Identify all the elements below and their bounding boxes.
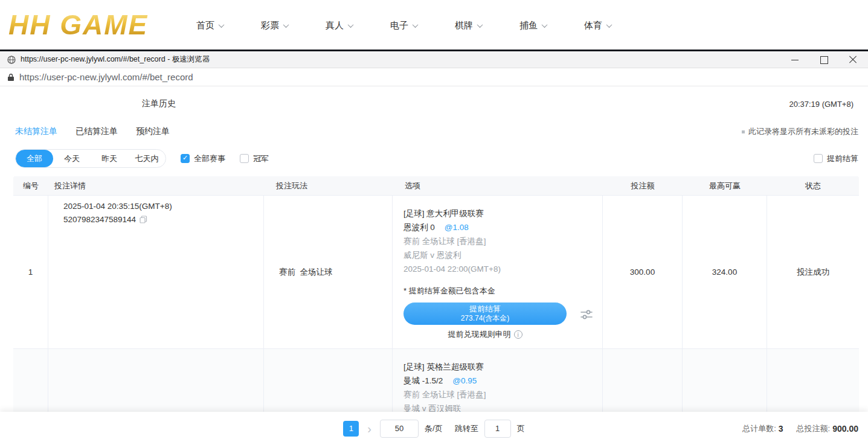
checkbox-checked-icon bbox=[181, 154, 190, 163]
page-unit-label: 页 bbox=[517, 423, 525, 434]
checkbox-all-events[interactable]: 全部赛事 bbox=[181, 153, 225, 164]
checkbox-early-settlement[interactable]: 提前结算 bbox=[814, 153, 858, 164]
chevron-down-icon bbox=[283, 22, 289, 28]
nav-item-lottery[interactable]: 彩票 bbox=[261, 20, 288, 31]
chevron-down-icon bbox=[542, 22, 548, 28]
market-name: 赛前 全场让球 [香港盘] bbox=[403, 234, 486, 248]
per-page-label: 条/页 bbox=[425, 423, 443, 434]
max-win: 324.00 bbox=[683, 196, 767, 348]
option-cell: [足球] 意大利甲级联赛 恩波利 0 @1.08 赛前 全场让球 [香港盘] 威… bbox=[393, 196, 603, 348]
bet-status: 投注成功 bbox=[767, 196, 859, 348]
date-range-pills: 全部 今天 昨天 七天内 bbox=[15, 149, 166, 168]
total-count-value: 3 bbox=[779, 424, 783, 434]
league-name: [足球] 英格兰超级联赛 bbox=[403, 360, 484, 374]
col-header-playtype: 投注玩法 bbox=[264, 181, 393, 191]
cashout-slider-icon[interactable] bbox=[580, 308, 593, 321]
lock-icon bbox=[7, 73, 14, 82]
league-name: [足球] 意大利甲级联赛 bbox=[403, 206, 484, 220]
nav-item-sports[interactable]: 体育 bbox=[584, 20, 611, 31]
site-header: HH GAME 首页 彩票 真人 电子 棋牌 捕鱼 体育 bbox=[0, 0, 868, 51]
checkbox-unchecked-icon bbox=[814, 154, 823, 163]
tab-unsettled[interactable]: 未结算注单 bbox=[15, 126, 57, 137]
brand-logo: HH GAME bbox=[8, 8, 148, 41]
bullet-icon bbox=[742, 130, 745, 133]
pagination-bar: 1 › 条/页 跳转至 页 总计单数: 3 总投注额: 900.00 bbox=[0, 412, 868, 445]
odds-value: @0.95 bbox=[452, 374, 477, 388]
tab-settled[interactable]: 已结算注单 bbox=[76, 126, 118, 137]
page-number-button[interactable]: 1 bbox=[343, 421, 359, 437]
total-count-label: 总计单数: bbox=[742, 423, 776, 434]
match-time: 2025-01-04 22:00(GMT+8) bbox=[403, 262, 501, 276]
pill-7days[interactable]: 七天内 bbox=[128, 150, 166, 167]
nav-item-slots[interactable]: 电子 bbox=[390, 20, 417, 31]
checkbox-unchecked-icon bbox=[240, 154, 249, 163]
next-page-icon[interactable]: › bbox=[365, 423, 374, 435]
col-header-no: 编号 bbox=[13, 181, 48, 191]
nav-item-fishing[interactable]: 捕鱼 bbox=[519, 20, 547, 31]
pill-yesterday[interactable]: 昨天 bbox=[91, 150, 128, 167]
tab-reserved[interactable]: 预约注单 bbox=[136, 126, 170, 137]
record-tabs: 未结算注单 已结算注单 预约注单 此记录将显示所有未派彩的投注 bbox=[0, 126, 868, 137]
bet-record-table: 编号 投注详情 投注玩法 选项 投注额 最高可赢 状态 1 2025-01-04… bbox=[13, 176, 859, 445]
main-nav: 首页 彩票 真人 电子 棋牌 捕鱼 体育 bbox=[196, 0, 611, 51]
chevron-down-icon bbox=[477, 22, 483, 28]
pill-all[interactable]: 全部 bbox=[16, 150, 53, 167]
cashout-rule-link[interactable]: 提前兑现规则申明 i bbox=[448, 329, 522, 340]
market-name: 赛前 全场让球 [香港盘] bbox=[403, 388, 486, 402]
chevron-down-icon bbox=[348, 22, 354, 28]
col-header-detail: 投注详情 bbox=[48, 181, 264, 191]
chevron-down-icon bbox=[606, 22, 612, 28]
total-amount-value: 900.00 bbox=[832, 424, 858, 434]
play-type-cell: 赛前 全场让球 bbox=[264, 196, 393, 348]
table-header-row: 编号 投注详情 投注玩法 选项 投注额 最高可赢 状态 bbox=[13, 176, 859, 196]
chevron-down-icon bbox=[413, 22, 419, 28]
bet-amount: 300.00 bbox=[603, 196, 683, 348]
pick-name: 曼城 -1.5/2 bbox=[403, 374, 443, 388]
current-time: 20:37:19 (GMT+8) bbox=[789, 100, 854, 109]
total-amount-label: 总投注额: bbox=[797, 423, 831, 434]
cashout-note: * 提前结算金额已包含本金 bbox=[403, 284, 495, 298]
maximize-icon[interactable] bbox=[820, 56, 828, 64]
chevron-down-icon bbox=[219, 22, 225, 28]
jump-page-input[interactable] bbox=[484, 420, 511, 438]
col-header-maxwin: 最高可赢 bbox=[683, 181, 767, 191]
pick-name: 恩波利 0 bbox=[403, 220, 435, 234]
window-controls bbox=[791, 56, 861, 64]
info-icon: i bbox=[514, 330, 522, 339]
address-bar[interactable]: https://user-pc-new.jylywl.com/#/bet_rec… bbox=[0, 68, 868, 86]
row-number: 1 bbox=[13, 196, 48, 348]
nav-item-cards[interactable]: 棋牌 bbox=[455, 20, 482, 31]
copy-icon[interactable] bbox=[140, 216, 147, 223]
checkbox-champion[interactable]: 冠军 bbox=[240, 153, 269, 164]
jump-label: 跳转至 bbox=[455, 423, 478, 434]
nav-item-home[interactable]: 首页 bbox=[196, 20, 223, 31]
table-row: 1 2025-01-04 20:35:15(GMT+8) 52079823475… bbox=[13, 196, 859, 349]
page-title: 注单历史 bbox=[142, 98, 176, 109]
page-size-input[interactable] bbox=[380, 420, 419, 438]
bet-id: 5207982347589144 bbox=[63, 215, 136, 224]
odds-value: @1.08 bbox=[445, 220, 469, 234]
bet-time: 2025-01-04 20:35:15(GMT+8) bbox=[63, 202, 172, 211]
minimize-icon[interactable] bbox=[791, 56, 799, 64]
filter-row: 全部 今天 昨天 七天内 全部赛事 冠军 提前结算 bbox=[0, 149, 868, 168]
col-header-status: 状态 bbox=[767, 181, 859, 191]
col-header-option: 选项 bbox=[393, 181, 603, 191]
pill-today[interactable]: 今天 bbox=[53, 150, 91, 167]
match-name: 威尼斯 v 恩波利 bbox=[403, 248, 461, 262]
nav-item-live[interactable]: 真人 bbox=[326, 20, 353, 31]
browser-title-bar: https://user-pc-new.jylywl.com/#/bet_rec… bbox=[0, 51, 868, 68]
cashout-button[interactable]: 提前结算 273.74(含本金) bbox=[403, 303, 567, 325]
browser-tab-title: https://user-pc-new.jylywl.com/#/bet_rec… bbox=[21, 54, 210, 65]
close-icon[interactable] bbox=[849, 56, 857, 64]
col-header-amount: 投注额 bbox=[603, 181, 683, 191]
bet-detail-cell: 2025-01-04 20:35:15(GMT+8) 5207982347589… bbox=[48, 196, 264, 348]
url-text: https://user-pc-new.jylywl.com/#/bet_rec… bbox=[19, 72, 193, 82]
globe-icon bbox=[7, 56, 16, 64]
unsettled-notice: 此记录将显示所有未派彩的投注 bbox=[742, 126, 858, 137]
